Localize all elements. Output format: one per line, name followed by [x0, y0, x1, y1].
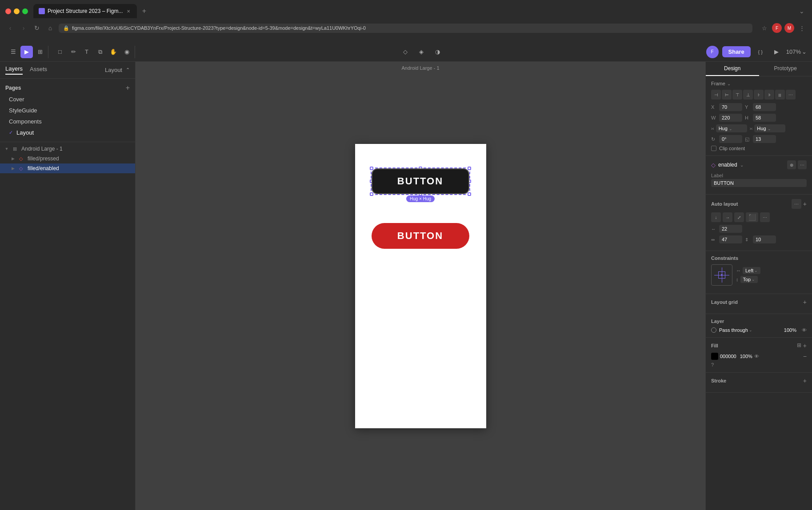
tab-design[interactable]: Design	[706, 62, 759, 76]
align-top-button[interactable]: ⊥	[743, 90, 753, 100]
text-tool[interactable]: T	[80, 46, 93, 58]
component-state-chevron[interactable]: ⌄	[740, 163, 744, 167]
canvas-area[interactable]: Android Large - 1 BUTTON Hug × Hug BUTTO…	[136, 62, 705, 510]
align-right-button[interactable]: ⊤	[732, 90, 742, 100]
fill-color-swatch[interactable]	[711, 353, 718, 360]
opacity-input[interactable]: 100%	[784, 327, 796, 333]
layout-grid-add-button[interactable]: +	[803, 299, 807, 306]
tab-prototype[interactable]: Prototype	[759, 62, 812, 76]
al-pad-v-input[interactable]: 10	[753, 235, 776, 243]
close-window-button[interactable]	[5, 8, 11, 14]
layer-expand-icon[interactable]: ▼	[4, 146, 10, 152]
back-button[interactable]: ‹	[5, 23, 15, 33]
fill-remove-button[interactable]: −	[803, 353, 807, 360]
align-center-h-button[interactable]: ⊢	[722, 90, 732, 100]
reload-button[interactable]: ↻	[32, 23, 42, 33]
fill-help-icon[interactable]: ?	[711, 362, 714, 367]
align-left-button[interactable]: ⊣	[711, 90, 721, 100]
constraint-v-select[interactable]: Top ⌄	[740, 276, 758, 283]
layer-android-large[interactable]: ▼ ⊞ Android Large - 1	[0, 144, 135, 154]
artboard[interactable]: BUTTON Hug × Hug BUTTON	[355, 144, 486, 428]
present-button[interactable]: ▶	[770, 46, 783, 58]
layer-filled-pressed[interactable]: ▶ ◇ filled/pressed	[0, 154, 135, 163]
more-options-icon[interactable]: ⋮	[797, 23, 807, 33]
button-black[interactable]: BUTTON	[372, 168, 469, 194]
rotation-input[interactable]: 0°	[719, 135, 742, 143]
extensions-icon[interactable]: F	[772, 23, 782, 33]
maximize-window-button[interactable]	[22, 8, 28, 14]
bookmark-icon[interactable]: ☆	[760, 23, 769, 33]
minimize-window-button[interactable]	[14, 8, 20, 14]
fill-opacity-value[interactable]: 100%	[740, 354, 752, 359]
al-chart-button[interactable]: ⬛	[746, 212, 758, 222]
hug-x-input[interactable]: Hug ⌄	[716, 124, 747, 132]
avatar-icon[interactable]: F	[706, 46, 719, 58]
h-input[interactable]: 58	[753, 114, 776, 122]
hand-tool[interactable]: ✋	[107, 46, 120, 58]
pen-tool[interactable]: ✏	[67, 46, 80, 58]
label-field-value[interactable]: BUTTON	[711, 179, 807, 187]
active-tab[interactable]: Project Structure 2023 – Figm... ✕	[33, 4, 137, 18]
clip-content-checkbox[interactable]	[711, 146, 716, 151]
zoom-indicator[interactable]: 107% ⌄	[786, 48, 807, 55]
layer-filled-enabled[interactable]: ▶ ◇ filled/enabled	[0, 163, 135, 173]
tab-layers[interactable]: Layers	[5, 65, 23, 75]
tab-close-button[interactable]: ✕	[125, 8, 132, 14]
handle-tl[interactable]	[370, 167, 373, 170]
tab-assets[interactable]: Assets	[30, 66, 47, 74]
al-pad-h-input[interactable]: 47	[719, 235, 742, 243]
al-wrap-button[interactable]: ⤢	[734, 212, 744, 222]
layer-expand-icon[interactable]: ▶	[10, 165, 16, 171]
x-input[interactable]: 70	[719, 103, 742, 111]
fill-grid-icon[interactable]: ⊞	[797, 342, 801, 349]
new-tab-button[interactable]: +	[139, 6, 149, 16]
al-more-button[interactable]: ⋯	[760, 212, 770, 222]
hug-y-input[interactable]: Hug ⌄	[754, 124, 785, 132]
component-more-button[interactable]: ⋯	[798, 160, 807, 169]
radius-input[interactable]: 13	[753, 135, 776, 143]
align-center-v-button[interactable]: ⊦	[754, 90, 764, 100]
handle-bl[interactable]	[370, 192, 373, 196]
page-styleguide[interactable]: StyleGuide	[0, 105, 135, 116]
y-input[interactable]: 68	[753, 103, 776, 111]
stroke-add-button[interactable]: +	[803, 377, 807, 384]
main-component-icon[interactable]: ◇	[399, 46, 412, 58]
forward-button[interactable]: ›	[19, 23, 28, 33]
menu-tool[interactable]: ☰	[7, 46, 20, 58]
auto-layout-settings-button[interactable]: ⋯	[792, 199, 801, 209]
scale-tool[interactable]: ⊞	[34, 46, 46, 58]
fill-add-button[interactable]: +	[803, 342, 807, 349]
layer-expand-icon[interactable]: ▶	[10, 155, 16, 162]
component-tool[interactable]: ⧉	[94, 46, 106, 58]
visibility-toggle[interactable]: 👁	[802, 327, 807, 333]
home-button[interactable]: ⌂	[45, 23, 55, 33]
profile-icon[interactable]: M	[784, 23, 794, 33]
auto-layout-add-button[interactable]: +	[803, 200, 807, 207]
w-input[interactable]: 220	[719, 114, 742, 122]
page-layout[interactable]: ✓ Layout	[0, 127, 135, 138]
distribute-button[interactable]: ⫼	[775, 90, 785, 100]
page-components[interactable]: Components	[0, 116, 135, 127]
library-icon[interactable]: ◈	[415, 46, 428, 58]
blend-mode-select[interactable]: Pass through ⌄	[719, 327, 752, 333]
select-tool[interactable]: ▶	[20, 46, 33, 58]
handle-tr[interactable]	[468, 167, 471, 170]
page-cover[interactable]: Cover	[0, 94, 135, 105]
frame-tool[interactable]: □	[54, 46, 66, 58]
button-red[interactable]: BUTTON	[372, 223, 469, 249]
url-bar[interactable]: 🔒 figma.com/file/XtcXvU6iSicCYDAB3YnFrx/…	[59, 24, 752, 33]
theme-toggle[interactable]: ◑	[431, 46, 444, 58]
fill-hex-value[interactable]: 000000	[720, 354, 736, 359]
code-view-button[interactable]: { }	[754, 46, 767, 58]
more-align-button[interactable]: ⋯	[786, 90, 796, 100]
al-down-button[interactable]: ↓	[711, 212, 721, 222]
fill-visibility-toggle[interactable]: 👁	[754, 354, 759, 359]
add-page-button[interactable]: +	[126, 84, 130, 92]
component-reset-button[interactable]: ⊕	[787, 160, 796, 169]
al-right-button[interactable]: →	[723, 212, 732, 222]
share-button[interactable]: Share	[722, 46, 751, 57]
al-gap-input[interactable]: 22	[719, 225, 742, 233]
handle-br[interactable]	[468, 192, 471, 196]
align-bottom-button[interactable]: ⊧	[764, 90, 774, 100]
constraint-h-select[interactable]: Left ⌄	[743, 267, 760, 274]
